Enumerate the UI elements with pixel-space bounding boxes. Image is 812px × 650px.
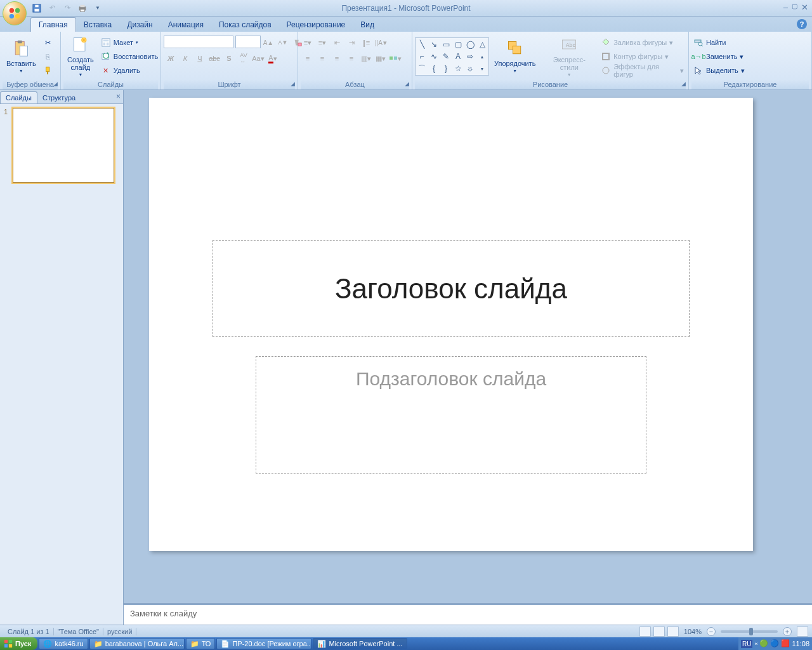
zoom-level[interactable]: 104% bbox=[684, 628, 702, 635]
shape-line-icon[interactable]: ╲ bbox=[416, 39, 428, 50]
help-icon[interactable]: ? bbox=[797, 19, 807, 29]
tab-insert[interactable]: Вставка bbox=[76, 18, 120, 32]
delete-slide-button[interactable]: ✕Удалить bbox=[99, 64, 160, 77]
slideshow-view-icon[interactable] bbox=[667, 627, 679, 637]
shape-tri-icon[interactable]: △ bbox=[476, 39, 488, 50]
tab-view[interactable]: Вид bbox=[353, 18, 382, 32]
taskbar-item[interactable]: 📊Microsoft PowerPoint ... bbox=[313, 638, 407, 649]
shape-fill-button[interactable]: Заливка фигуры ▾ bbox=[599, 36, 686, 50]
shape-dn-icon[interactable]: ▼ bbox=[476, 63, 488, 74]
select-button[interactable]: Выделить ▾ bbox=[691, 64, 747, 77]
slide-canvas[interactable]: Заголовок слайда Подзаголовок слайда bbox=[124, 90, 812, 625]
shape-arc-icon[interactable]: ⌒ bbox=[416, 63, 428, 74]
columns-icon[interactable]: ▥▾ bbox=[359, 51, 373, 65]
status-slide-number[interactable]: Слайд 1 из 1 bbox=[4, 628, 54, 635]
find-button[interactable]: Найти bbox=[691, 36, 747, 50]
shape-outline-button[interactable]: Контур фигуры ▾ bbox=[599, 50, 686, 63]
text-direction-icon[interactable]: ||A▾ bbox=[374, 36, 388, 50]
align-text-icon[interactable]: ▦▾ bbox=[374, 51, 388, 65]
cut-button[interactable]: ✂ bbox=[41, 36, 55, 50]
shape-star-icon[interactable]: ☆ bbox=[452, 63, 464, 74]
panel-close-icon[interactable]: × bbox=[116, 92, 121, 101]
shape-elbow-icon[interactable]: ⌐ bbox=[416, 51, 428, 62]
underline-icon[interactable]: Ч bbox=[193, 51, 207, 65]
tab-review[interactable]: Рецензирование bbox=[279, 18, 353, 32]
tab-slideshow[interactable]: Показ слайдов bbox=[211, 18, 279, 32]
grow-font-icon[interactable]: A▲ bbox=[261, 36, 275, 50]
tray-expand-icon[interactable]: « bbox=[754, 640, 757, 647]
line-spacing-icon[interactable]: ‖≡ bbox=[359, 36, 373, 50]
maximize-icon[interactable]: ▢ bbox=[792, 3, 797, 12]
thumb-preview[interactable] bbox=[13, 108, 114, 183]
increase-indent-icon[interactable]: ⇥ bbox=[344, 36, 358, 50]
strikethrough-icon[interactable]: abc bbox=[207, 51, 221, 65]
zoom-slider[interactable] bbox=[721, 630, 778, 633]
convert-smartart-icon[interactable]: ▾ bbox=[388, 51, 402, 65]
shape-lbrace-icon[interactable]: { bbox=[428, 63, 440, 74]
dialog-launcher-icon[interactable]: ◢ bbox=[403, 81, 410, 88]
title-placeholder[interactable]: Заголовок слайда bbox=[213, 240, 690, 337]
undo-icon[interactable]: ↶ bbox=[46, 2, 58, 15]
save-icon[interactable] bbox=[30, 2, 43, 15]
align-left-icon[interactable]: ≡ bbox=[301, 51, 315, 65]
shape-rbrace-icon[interactable]: } bbox=[440, 63, 452, 74]
align-center-icon[interactable]: ≡ bbox=[315, 51, 329, 65]
normal-view-icon[interactable] bbox=[639, 627, 651, 637]
font-family-combo[interactable] bbox=[164, 36, 233, 48]
paste-button[interactable]: Вставить▼ bbox=[3, 37, 40, 76]
format-painter-button[interactable] bbox=[41, 64, 55, 77]
notes-pane[interactable]: Заметки к слайду bbox=[124, 603, 812, 625]
bold-icon[interactable]: Ж bbox=[164, 51, 178, 65]
slide-layout-button[interactable]: Макет ▾ bbox=[99, 36, 160, 50]
quick-styles-button[interactable]: Abc Экспресс-стили▼ bbox=[540, 33, 598, 80]
shape-free-icon[interactable]: ✎ bbox=[440, 51, 452, 62]
print-icon[interactable] bbox=[76, 2, 89, 15]
reset-slide-button[interactable]: Восстановить bbox=[99, 50, 160, 63]
zoom-in-icon[interactable]: + bbox=[783, 627, 792, 636]
taskbar-item[interactable]: 🌐katk46.ru bbox=[39, 638, 88, 649]
taskbar-item[interactable]: 📁ТО bbox=[186, 638, 216, 649]
italic-icon[interactable]: К bbox=[178, 51, 192, 65]
redo-icon[interactable]: ↷ bbox=[61, 2, 74, 15]
shapes-gallery[interactable]: ╲↘▭▢◯△ ⌐∿✎A⇨▲ ⌒{}☆☼▼ bbox=[415, 37, 489, 76]
shrink-font-icon[interactable]: A▼ bbox=[276, 36, 290, 50]
tab-design[interactable]: Дизайн bbox=[119, 18, 160, 32]
bullets-icon[interactable]: ≡▾ bbox=[301, 36, 315, 50]
arrange-button[interactable]: Упорядочить▼ bbox=[490, 37, 539, 76]
font-color-icon[interactable]: A▾ bbox=[266, 51, 280, 65]
numbering-icon[interactable]: ≡▾ bbox=[315, 36, 329, 50]
dialog-launcher-icon[interactable]: ◢ bbox=[679, 81, 687, 88]
qat-dropdown-icon[interactable]: ▼ bbox=[91, 2, 104, 15]
taskbar-item[interactable]: 📄ПР-20.doc [Режим огра... bbox=[216, 638, 311, 649]
slide[interactable]: Заголовок слайда Подзаголовок слайда bbox=[149, 98, 753, 551]
dialog-launcher-icon[interactable]: ◢ bbox=[51, 81, 59, 88]
shape-arrow-icon[interactable]: ↘ bbox=[428, 39, 440, 50]
language-indicator[interactable]: RU bbox=[741, 640, 752, 648]
status-theme[interactable]: "Тема Office" bbox=[54, 628, 103, 635]
slide-thumbnail[interactable]: 1 bbox=[4, 108, 119, 183]
shape-rect-icon[interactable]: ▭ bbox=[440, 39, 452, 50]
tray-icon[interactable]: 🔵 bbox=[770, 639, 779, 648]
status-language[interactable]: русский bbox=[103, 628, 136, 635]
shape-roundrect-icon[interactable]: ▢ bbox=[452, 39, 464, 50]
char-spacing-icon[interactable]: AV↔ bbox=[237, 51, 251, 65]
dialog-launcher-icon[interactable]: ◢ bbox=[289, 81, 296, 88]
taskbar-item[interactable]: 📁barabanova | Ольга Ал... bbox=[89, 638, 185, 649]
font-size-combo[interactable] bbox=[235, 36, 261, 48]
zoom-out-icon[interactable]: − bbox=[707, 627, 716, 636]
shape-curve-icon[interactable]: ∿ bbox=[428, 51, 440, 62]
tab-animation[interactable]: Анимация bbox=[160, 18, 211, 32]
fit-window-icon[interactable] bbox=[797, 627, 808, 637]
shape-effects-button[interactable]: Эффекты для фигур ▾ bbox=[599, 64, 686, 77]
decrease-indent-icon[interactable]: ⇤ bbox=[330, 36, 344, 50]
shape-up-icon[interactable]: ▲ bbox=[476, 51, 488, 62]
office-button[interactable] bbox=[3, 1, 27, 25]
tray-icon[interactable]: 🟢 bbox=[759, 639, 768, 648]
shape-oval-icon[interactable]: ◯ bbox=[464, 39, 476, 50]
close-icon[interactable]: ✕ bbox=[801, 3, 808, 12]
tab-home[interactable]: Главная bbox=[30, 17, 76, 32]
align-justify-icon[interactable]: ≡ bbox=[344, 51, 358, 65]
shape-text-icon[interactable]: A bbox=[452, 51, 464, 62]
tab-outline[interactable]: Структура bbox=[37, 92, 81, 103]
align-right-icon[interactable]: ≡ bbox=[330, 51, 344, 65]
